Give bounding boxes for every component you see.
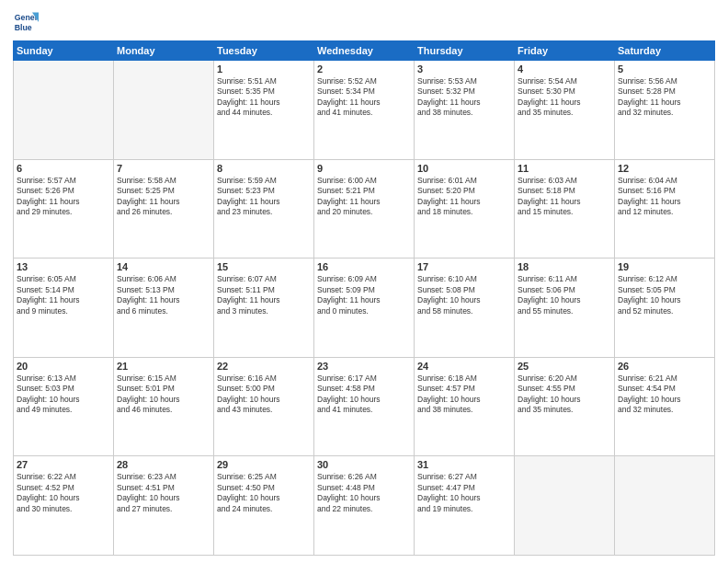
table-row: 23Sunrise: 6:17 AM Sunset: 4:58 PM Dayli… (314, 357, 415, 456)
cell-details: Sunrise: 6:07 AM Sunset: 5:11 PM Dayligh… (217, 274, 311, 316)
cell-details: Sunrise: 6:11 AM Sunset: 5:06 PM Dayligh… (518, 274, 611, 316)
col-header-friday: Friday (515, 41, 615, 61)
table-row: 22Sunrise: 6:16 AM Sunset: 5:00 PM Dayli… (214, 357, 314, 456)
cell-details: Sunrise: 6:00 AM Sunset: 5:21 PM Dayligh… (317, 176, 411, 218)
logo: General Blue (13, 9, 42, 35)
cell-details: Sunrise: 6:17 AM Sunset: 4:58 PM Dayligh… (317, 373, 411, 416)
day-number: 19 (618, 261, 711, 272)
table-row: 10Sunrise: 6:01 AM Sunset: 5:20 PM Dayli… (415, 159, 515, 259)
day-number: 25 (518, 361, 611, 372)
cell-details: Sunrise: 5:52 AM Sunset: 5:34 PM Dayligh… (317, 76, 411, 119)
table-row: 12Sunrise: 6:04 AM Sunset: 5:16 PM Dayli… (615, 159, 715, 259)
table-row: 14Sunrise: 6:06 AM Sunset: 5:13 PM Dayli… (114, 259, 214, 358)
col-header-monday: Monday (114, 41, 214, 61)
day-number: 7 (117, 163, 210, 174)
day-number: 10 (417, 163, 511, 174)
col-header-saturday: Saturday (615, 41, 715, 61)
day-number: 3 (417, 63, 511, 75)
day-number: 4 (518, 63, 611, 75)
table-row: 7Sunrise: 5:58 AM Sunset: 5:25 PM Daylig… (114, 159, 214, 259)
cell-details: Sunrise: 6:21 AM Sunset: 4:54 PM Dayligh… (618, 373, 711, 416)
cell-details: Sunrise: 6:16 AM Sunset: 5:00 PM Dayligh… (217, 373, 311, 416)
table-row: 15Sunrise: 6:07 AM Sunset: 5:11 PM Dayli… (214, 259, 314, 358)
table-row: 17Sunrise: 6:10 AM Sunset: 5:08 PM Dayli… (415, 259, 515, 358)
table-row: 5Sunrise: 5:56 AM Sunset: 5:28 PM Daylig… (615, 61, 715, 160)
day-number: 8 (217, 163, 311, 174)
day-number: 9 (317, 163, 411, 174)
day-number: 28 (117, 459, 210, 470)
day-number: 31 (417, 459, 511, 470)
cell-details: Sunrise: 6:22 AM Sunset: 4:52 PM Dayligh… (17, 472, 110, 514)
cell-details: Sunrise: 6:26 AM Sunset: 4:48 PM Dayligh… (317, 472, 411, 514)
cell-details: Sunrise: 5:56 AM Sunset: 5:28 PM Dayligh… (618, 76, 711, 119)
cell-details: Sunrise: 6:23 AM Sunset: 4:51 PM Dayligh… (117, 472, 210, 514)
cell-details: Sunrise: 6:04 AM Sunset: 5:16 PM Dayligh… (618, 176, 711, 218)
table-row: 4Sunrise: 5:54 AM Sunset: 5:30 PM Daylig… (515, 61, 615, 160)
day-number: 27 (17, 459, 110, 470)
table-row: 31Sunrise: 6:27 AM Sunset: 4:47 PM Dayli… (415, 456, 515, 556)
day-number: 15 (217, 261, 311, 272)
day-number: 1 (217, 63, 311, 75)
day-number: 21 (117, 361, 210, 372)
col-header-sunday: Sunday (14, 41, 114, 61)
cell-details: Sunrise: 5:59 AM Sunset: 5:23 PM Dayligh… (217, 176, 311, 218)
table-row: 21Sunrise: 6:15 AM Sunset: 5:01 PM Dayli… (114, 357, 214, 456)
day-number: 11 (518, 163, 611, 174)
day-number: 5 (618, 63, 711, 75)
day-number: 29 (217, 459, 311, 470)
day-number: 2 (317, 63, 411, 75)
day-number: 30 (317, 459, 411, 470)
cell-details: Sunrise: 6:15 AM Sunset: 5:01 PM Dayligh… (117, 373, 210, 416)
day-number: 16 (317, 261, 411, 272)
cell-details: Sunrise: 6:01 AM Sunset: 5:20 PM Dayligh… (417, 176, 511, 218)
table-row: 1Sunrise: 5:51 AM Sunset: 5:35 PM Daylig… (214, 61, 314, 160)
cell-details: Sunrise: 5:54 AM Sunset: 5:30 PM Dayligh… (518, 76, 611, 119)
table-row: 11Sunrise: 6:03 AM Sunset: 5:18 PM Dayli… (515, 159, 615, 259)
day-number: 23 (317, 361, 411, 372)
table-row (615, 456, 715, 556)
table-row: 8Sunrise: 5:59 AM Sunset: 5:23 PM Daylig… (214, 159, 314, 259)
table-row (14, 61, 114, 160)
day-number: 26 (618, 361, 711, 372)
page: General Blue SundayMondayTuesdayWednesda… (0, 0, 728, 563)
table-row: 30Sunrise: 6:26 AM Sunset: 4:48 PM Dayli… (314, 456, 415, 556)
logo-icon: General Blue (13, 9, 39, 35)
table-row (114, 61, 214, 160)
table-row: 18Sunrise: 6:11 AM Sunset: 5:06 PM Dayli… (515, 259, 615, 358)
day-number: 24 (417, 361, 511, 372)
day-number: 17 (417, 261, 511, 272)
table-row: 27Sunrise: 6:22 AM Sunset: 4:52 PM Dayli… (14, 456, 114, 556)
table-row: 25Sunrise: 6:20 AM Sunset: 4:55 PM Dayli… (515, 357, 615, 456)
table-row: 9Sunrise: 6:00 AM Sunset: 5:21 PM Daylig… (314, 159, 415, 259)
cell-details: Sunrise: 6:27 AM Sunset: 4:47 PM Dayligh… (417, 472, 511, 514)
cell-details: Sunrise: 6:18 AM Sunset: 4:57 PM Dayligh… (417, 373, 511, 416)
table-row: 29Sunrise: 6:25 AM Sunset: 4:50 PM Dayli… (214, 456, 314, 556)
table-row: 13Sunrise: 6:05 AM Sunset: 5:14 PM Dayli… (14, 259, 114, 358)
cell-details: Sunrise: 6:10 AM Sunset: 5:08 PM Dayligh… (417, 274, 511, 316)
cell-details: Sunrise: 5:51 AM Sunset: 5:35 PM Dayligh… (217, 76, 311, 119)
table-row: 6Sunrise: 5:57 AM Sunset: 5:26 PM Daylig… (14, 159, 114, 259)
table-row: 20Sunrise: 6:13 AM Sunset: 5:03 PM Dayli… (14, 357, 114, 456)
cell-details: Sunrise: 6:05 AM Sunset: 5:14 PM Dayligh… (17, 274, 110, 316)
table-row: 19Sunrise: 6:12 AM Sunset: 5:05 PM Dayli… (615, 259, 715, 358)
day-number: 12 (618, 163, 711, 174)
cell-details: Sunrise: 5:53 AM Sunset: 5:32 PM Dayligh… (417, 76, 511, 119)
svg-text:Blue: Blue (15, 23, 32, 32)
table-row (515, 456, 615, 556)
table-row: 26Sunrise: 6:21 AM Sunset: 4:54 PM Dayli… (615, 357, 715, 456)
day-number: 14 (117, 261, 210, 272)
table-row: 24Sunrise: 6:18 AM Sunset: 4:57 PM Dayli… (415, 357, 515, 456)
header: General Blue (13, 9, 715, 35)
cell-details: Sunrise: 6:12 AM Sunset: 5:05 PM Dayligh… (618, 274, 711, 316)
col-header-thursday: Thursday (415, 41, 515, 61)
cell-details: Sunrise: 6:09 AM Sunset: 5:09 PM Dayligh… (317, 274, 411, 316)
table-row: 16Sunrise: 6:09 AM Sunset: 5:09 PM Dayli… (314, 259, 415, 358)
day-number: 20 (17, 361, 110, 372)
col-header-wednesday: Wednesday (314, 41, 415, 61)
day-number: 22 (217, 361, 311, 372)
day-number: 13 (17, 261, 110, 272)
col-header-tuesday: Tuesday (214, 41, 314, 61)
cell-details: Sunrise: 6:06 AM Sunset: 5:13 PM Dayligh… (117, 274, 210, 316)
cell-details: Sunrise: 6:13 AM Sunset: 5:03 PM Dayligh… (17, 373, 110, 416)
table-row: 2Sunrise: 5:52 AM Sunset: 5:34 PM Daylig… (314, 61, 415, 160)
